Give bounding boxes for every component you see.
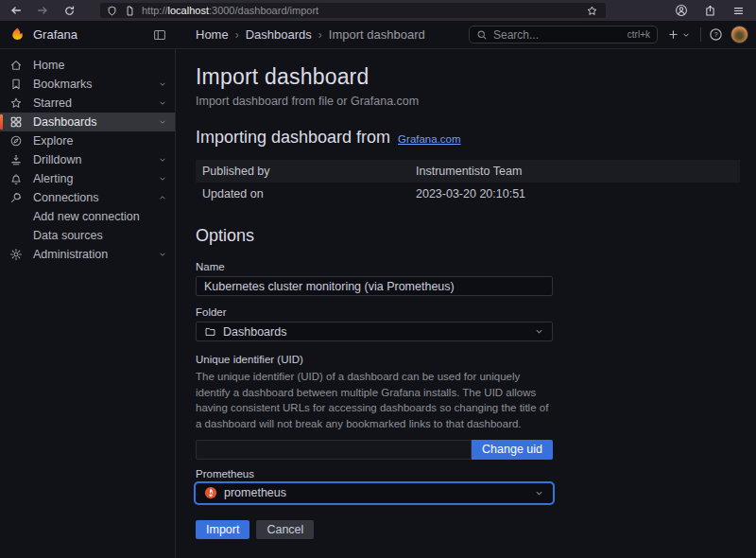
importing-heading: Importing dashboard from — [196, 128, 390, 148]
account-icon[interactable] — [673, 2, 690, 19]
sidebar-label: Add new connection — [33, 210, 167, 223]
url-host: localhost — [168, 5, 209, 16]
plug-icon — [9, 191, 24, 204]
sidebar-label: Dashboards — [33, 115, 148, 129]
name-input[interactable] — [196, 276, 553, 296]
page-title: Import dashboard — [196, 64, 756, 90]
home-icon — [9, 59, 24, 72]
breadcrumb-separator: › — [235, 28, 239, 42]
chevron-down-icon[interactable] — [158, 250, 167, 259]
sidebar-item-administration[interactable]: Administration — [0, 245, 175, 264]
gear-icon — [9, 248, 24, 261]
table-row: Published by Instrumentisto Team — [196, 160, 740, 183]
bell-icon — [9, 172, 24, 185]
sidebar-label: Alerting — [33, 172, 148, 185]
drilldown-icon — [9, 153, 24, 166]
sidebar-label: Connections — [33, 191, 148, 204]
url-text: http://localhost:3000/dashboard/import — [142, 5, 577, 16]
chevron-down-icon — [534, 326, 544, 337]
dashboard-meta-table: Published by Instrumentisto Team Updated… — [196, 160, 740, 205]
table-row: Updated on 2023-03-20 20:10:51 — [196, 183, 740, 205]
shield-icon[interactable] — [106, 5, 118, 17]
import-button[interactable]: Import — [196, 520, 249, 539]
sidebar-item-data-sources[interactable]: Data sources — [0, 226, 175, 245]
menu-icon[interactable] — [730, 2, 747, 19]
brand-area: Grafana — [0, 26, 176, 43]
chevron-down-icon[interactable] — [158, 174, 167, 183]
sidebar-item-starred[interactable]: Starred — [0, 94, 175, 113]
sidebar-item-explore[interactable]: Explore — [0, 131, 175, 150]
url-bar[interactable]: http://localhost:3000/dashboard/import — [100, 3, 606, 18]
datasource-select[interactable]: prometheus — [196, 483, 553, 503]
datasource-select-value: prometheus — [224, 486, 527, 499]
uid-description: The unique identifier (UID) of a dashboa… — [196, 369, 553, 432]
grafana-com-link[interactable]: Grafana.com — [398, 133, 460, 145]
search-input[interactable] — [493, 28, 622, 42]
chevron-down-icon[interactable] — [158, 98, 167, 108]
chevron-down-icon — [681, 30, 691, 40]
grafana-logo-icon[interactable] — [9, 26, 26, 43]
header-actions: ctrl+k ? — [469, 26, 756, 44]
page-info-icon[interactable] — [124, 5, 136, 17]
chevron-down-icon[interactable] — [158, 155, 167, 165]
sidebar-item-alerting[interactable]: Alerting — [0, 169, 175, 188]
sidebar-label: Administration — [33, 248, 148, 261]
uid-input[interactable] — [196, 440, 472, 460]
sidebar-label: Home — [33, 59, 167, 72]
chevron-up-icon[interactable] — [158, 193, 167, 202]
chevron-down-icon — [534, 488, 544, 498]
sidebar-label: Data sources — [33, 229, 167, 242]
chevron-down-icon[interactable] — [158, 117, 167, 127]
sidebar-item-bookmarks[interactable]: Bookmarks — [0, 75, 175, 94]
change-uid-button[interactable]: Change uid — [472, 440, 553, 460]
page-subtitle: Import dashboard from file or Grafana.co… — [196, 95, 756, 108]
meta-value: 2023-03-20 20:10:51 — [416, 187, 525, 201]
search-shortcut: ctrl+k — [627, 29, 650, 40]
header-divider — [700, 27, 701, 42]
dashboards-grid-icon — [9, 115, 24, 129]
back-icon[interactable] — [8, 2, 25, 19]
help-icon[interactable]: ? — [709, 27, 723, 42]
import-dashboard-page: Import dashboard Import dashboard from f… — [176, 49, 756, 558]
sidebar-item-connections[interactable]: Connections — [0, 188, 175, 207]
user-avatar[interactable] — [730, 26, 748, 44]
breadcrumb-dashboards[interactable]: Dashboards — [246, 27, 312, 42]
folder-select[interactable]: Dashboards — [196, 322, 553, 341]
meta-label: Published by — [196, 165, 416, 178]
sidebar-item-home[interactable]: Home — [0, 56, 175, 75]
breadcrumb: Home › Dashboards › Import dashboard — [176, 27, 469, 42]
cancel-button[interactable]: Cancel — [256, 520, 314, 539]
new-menu-button[interactable] — [665, 28, 693, 41]
mega-menu: Home Bookmarks Starred Dashboards Explor… — [0, 49, 176, 558]
datasource-label: Prometheus — [196, 468, 553, 480]
svg-text:?: ? — [713, 30, 717, 39]
folder-icon — [204, 325, 216, 338]
sidebar-label: Drilldown — [33, 153, 148, 166]
folder-select-value: Dashboards — [223, 325, 527, 339]
bookmark-icon — [9, 78, 24, 91]
sidebar-label: Bookmarks — [33, 78, 148, 91]
breadcrumb-current: Import dashboard — [329, 27, 425, 42]
breadcrumb-home[interactable]: Home — [196, 27, 229, 42]
dock-sidebar-icon[interactable] — [153, 28, 166, 42]
sidebar-item-drilldown[interactable]: Drilldown — [0, 150, 175, 169]
extensions-icon[interactable] — [701, 2, 718, 19]
sidebar-item-add-new-connection[interactable]: Add new connection — [0, 207, 175, 226]
sidebar-label: Starred — [33, 96, 148, 110]
sidebar-label: Explore — [33, 134, 167, 148]
browser-toolbar: http://localhost:3000/dashboard/import — [0, 0, 756, 21]
plus-icon — [667, 28, 679, 41]
chevron-down-icon[interactable] — [158, 79, 167, 89]
prometheus-icon — [204, 486, 217, 499]
forward-icon[interactable] — [34, 2, 51, 19]
brand-name: Grafana — [33, 27, 146, 42]
grafana-header: Grafana Home › Dashboards › Import dashb… — [0, 21, 756, 49]
search-box[interactable]: ctrl+k — [469, 26, 658, 44]
uid-label: Unique identifier (UID) — [196, 354, 553, 365]
search-icon — [476, 29, 488, 41]
star-icon — [9, 96, 24, 110]
reload-icon[interactable] — [60, 2, 77, 19]
bookmark-star-icon[interactable] — [583, 2, 600, 19]
sidebar-item-dashboards[interactable]: Dashboards — [0, 113, 175, 131]
compass-icon — [9, 134, 24, 148]
